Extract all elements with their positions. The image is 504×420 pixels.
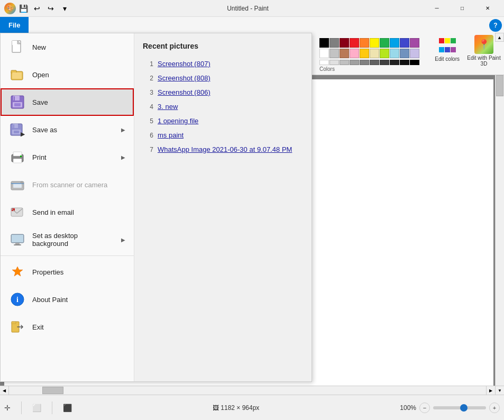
menu-item-new[interactable]: New xyxy=(1,33,134,61)
recent-item-1[interactable]: 1 Screenshot (807) xyxy=(143,57,303,71)
close-button[interactable]: ✕ xyxy=(475,0,500,17)
color-swatches-custom xyxy=(319,60,419,65)
saveas-icon: ▶ xyxy=(9,121,26,138)
menu-item-scanner[interactable]: From scanner or camera xyxy=(1,171,134,198)
swatch-ltgray[interactable] xyxy=(329,49,339,58)
crop-icon[interactable]: ⬛ xyxy=(63,404,72,412)
swatch-c1[interactable] xyxy=(319,60,329,65)
zoom-out-button[interactable]: − xyxy=(419,403,430,413)
swatch-c9[interactable] xyxy=(400,60,409,65)
edit-colors-label: Edit colors xyxy=(435,56,460,62)
zoom-in-button[interactable]: + xyxy=(489,403,500,413)
color-swatches-row2 xyxy=(319,49,419,58)
print-icon xyxy=(9,149,26,166)
recent-num-6: 6 xyxy=(145,132,153,139)
swatch-white[interactable] xyxy=(319,49,329,58)
about-icon: i xyxy=(9,291,26,308)
svg-rect-17 xyxy=(13,152,22,156)
edit-colors-button[interactable]: Edit colors xyxy=(433,36,462,64)
svg-rect-21 xyxy=(13,184,22,188)
swatch-c7[interactable] xyxy=(380,60,389,65)
menu-item-exit[interactable]: Exit xyxy=(1,313,134,341)
recent-num-7: 7 xyxy=(145,146,153,153)
zoom-slider-thumb[interactable] xyxy=(460,404,468,412)
paint3d-icon: 📍 xyxy=(474,35,493,54)
vertical-scrollbar[interactable]: ▼ xyxy=(495,75,504,395)
svg-text:i: i xyxy=(16,296,19,304)
scroll-down-arrow[interactable]: ▼ xyxy=(496,386,504,395)
swatch-slateblue[interactable] xyxy=(400,49,409,58)
swatch-c5[interactable] xyxy=(360,60,369,65)
swatch-cream[interactable] xyxy=(370,49,379,58)
save-icon xyxy=(9,94,26,111)
selection-icon[interactable]: ⬜ xyxy=(32,404,41,412)
recent-name-1: Screenshot (807) xyxy=(158,60,210,68)
swatch-c2[interactable] xyxy=(329,60,339,65)
swatch-c3[interactable] xyxy=(340,60,349,65)
svg-rect-28 xyxy=(15,243,20,244)
swatch-gold[interactable] xyxy=(360,49,369,58)
swatch-orange[interactable] xyxy=(360,38,369,48)
zoom-percent: 100% xyxy=(400,404,416,412)
swatch-gray[interactable] xyxy=(329,38,339,48)
swatch-c6[interactable] xyxy=(370,60,379,65)
edit-colors-icon xyxy=(439,38,456,55)
swatch-ltblue[interactable] xyxy=(390,49,399,58)
svg-rect-29 xyxy=(14,244,21,245)
swatch-c8[interactable] xyxy=(390,60,399,65)
swatch-lavender[interactable] xyxy=(410,49,419,58)
menu-item-saveas[interactable]: ▶ Save as ▶ xyxy=(1,116,134,143)
swatch-lime[interactable] xyxy=(380,49,389,58)
ribbon-scroll-up[interactable]: ▲ xyxy=(495,33,504,42)
recent-item-5[interactable]: 5 1 opening file xyxy=(143,114,303,128)
colors-section-footer-label: Colors xyxy=(319,66,419,72)
recent-item-4[interactable]: 4 3. new xyxy=(143,99,303,114)
recent-item-7[interactable]: 7 WhatsApp Image 2021-06-30 at 9.07.48 P… xyxy=(143,142,303,157)
menu-item-properties[interactable]: Properties xyxy=(1,258,134,286)
file-tab[interactable]: File xyxy=(0,17,29,33)
customize-icon[interactable]: ▾ xyxy=(58,2,71,15)
swatch-purple[interactable] xyxy=(410,38,419,48)
scroll-right-arrow[interactable]: ▶ xyxy=(486,386,495,395)
canvas-size-label: 🖼 1182 × 964px xyxy=(213,404,259,412)
recent-item-6[interactable]: 6 ms paint xyxy=(143,128,303,142)
undo-icon[interactable]: ↩ xyxy=(31,2,43,15)
swatch-indigo[interactable] xyxy=(400,38,409,48)
menu-item-print[interactable]: Print ▶ xyxy=(1,143,134,171)
recent-item-3[interactable]: 3 Screenshot (806) xyxy=(143,85,303,99)
status-divider-2 xyxy=(52,401,52,414)
swatch-green[interactable] xyxy=(380,38,389,48)
swatch-c10[interactable] xyxy=(410,60,419,65)
swatch-brown[interactable] xyxy=(340,49,349,58)
properties-label: Properties xyxy=(32,268,125,276)
svg-rect-4 xyxy=(12,72,22,79)
menu-item-save[interactable]: Save xyxy=(1,88,134,116)
minimize-button[interactable]: ─ xyxy=(425,0,449,17)
svg-rect-14 xyxy=(14,131,19,133)
menu-item-desktop[interactable]: Set as desktop background ▶ xyxy=(1,226,134,253)
zoom-slider-track[interactable] xyxy=(433,406,486,409)
menu-item-open[interactable]: Open xyxy=(1,61,134,88)
swatch-yellow[interactable] xyxy=(370,38,379,48)
swatch-black[interactable] xyxy=(319,38,329,48)
scroll-left-arrow[interactable]: ◀ xyxy=(0,386,9,395)
swatch-red[interactable] xyxy=(350,38,359,48)
maximize-button[interactable]: □ xyxy=(450,0,474,17)
menu-item-email[interactable]: Send in email xyxy=(1,198,134,226)
vertical-scrollbar-thumb[interactable] xyxy=(496,75,503,96)
help-button[interactable]: ? xyxy=(489,19,502,32)
swatch-darkred[interactable] xyxy=(340,38,349,48)
move-tool-icon[interactable]: ✛ xyxy=(4,404,11,412)
svg-rect-9 xyxy=(14,103,21,106)
menu-item-about[interactable]: i About Paint xyxy=(1,286,134,313)
save-quick-icon[interactable]: 💾 xyxy=(17,2,30,15)
open-label: Open xyxy=(32,71,125,79)
recent-item-2[interactable]: 2 Screenshot (808) xyxy=(143,71,303,85)
redo-icon[interactable]: ↪ xyxy=(44,2,57,15)
horizontal-scrollbar[interactable]: ◀ ▶ xyxy=(0,386,495,395)
swatch-pink[interactable] xyxy=(350,49,359,58)
swatch-c4[interactable] xyxy=(350,60,359,65)
canvas-dimensions: 🖼 xyxy=(213,404,221,412)
swatch-blue[interactable] xyxy=(390,38,399,48)
horizontal-scrollbar-thumb[interactable] xyxy=(42,387,63,394)
